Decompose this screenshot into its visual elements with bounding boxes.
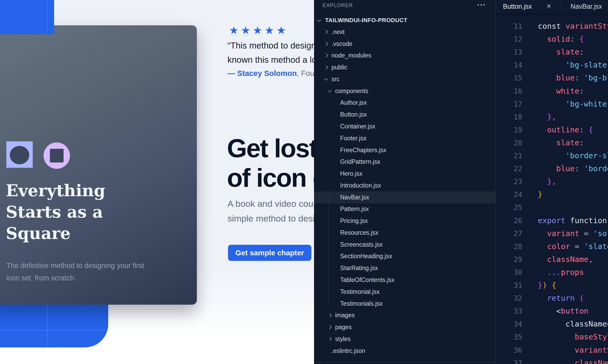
code-line: 32 return ( <box>496 292 608 305</box>
code-text: 'bg-white text-slate-900 hover:bg-blue-5… <box>538 98 608 111</box>
tree-item-folder[interactable]: node_modules <box>314 50 495 61</box>
code-line: 24} <box>496 188 608 201</box>
tree-item-file[interactable]: NavBar.jsx <box>314 191 495 203</box>
line-number: 17 <box>496 98 522 111</box>
chevron-down-icon <box>328 88 332 93</box>
line-number: 22 <box>496 162 522 175</box>
tree-item-folder[interactable]: TAILWINDUI-INFO-PRODUCT <box>314 14 495 26</box>
tree-item-folder[interactable]: .vscode <box>314 38 495 50</box>
code-line: 19 outline: { <box>496 123 608 136</box>
tree-item-file[interactable]: StarRating.jsx <box>314 262 495 274</box>
code-text: }) { <box>538 279 556 292</box>
code-text: solid: { <box>538 33 584 46</box>
code-text: slate: <box>538 46 584 59</box>
tree-item-file[interactable]: Testimonial.jsx <box>314 286 495 298</box>
tree-item-file[interactable]: SectionHeading.jsx <box>314 250 495 262</box>
close-icon[interactable]: × <box>545 0 553 12</box>
cover-circle-cutout <box>10 146 29 164</box>
tree-item-label: GridPattern.jsx <box>340 156 380 168</box>
chevron-right-icon <box>324 30 328 34</box>
code-text: blue: 'border-blue-300 text-blue-600' <box>538 162 608 175</box>
tree-item-file[interactable]: Resources.jsx <box>314 227 495 239</box>
tree-item-folder[interactable]: src <box>314 73 495 85</box>
line-number: 13 <box>496 46 522 59</box>
chevron-right-icon <box>328 325 332 329</box>
code-text: baseStyles[ <box>538 331 608 343</box>
tree-item-file[interactable]: Testimonials.jsx <box>314 298 495 310</box>
explorer-title: EXPLORER <box>322 2 353 8</box>
tree-item-label: FreeChapters.jsx <box>340 144 386 156</box>
code-line: 12 solid: { <box>496 33 608 46</box>
line-number: 15 <box>496 71 522 84</box>
tab-navbar-jsx[interactable]: NavBar.jsx <box>560 0 608 13</box>
code-line: 35 baseStyles[ <box>496 331 608 343</box>
line-number: 11 <box>496 20 522 33</box>
tree-item-file[interactable]: GridPattern.jsx <box>314 156 495 168</box>
line-number: 19 <box>496 123 522 136</box>
chevron-down-icon <box>317 18 321 22</box>
get-sample-chapter-button[interactable]: Get sample chapter <box>228 245 311 261</box>
code-line: 31}) { <box>496 279 608 292</box>
code-text: ...props <box>538 266 584 279</box>
tree-item-file[interactable]: FreeChapters.jsx <box>314 144 495 156</box>
code-text: slate: <box>538 136 584 149</box>
code-line: 28 color = 'slate', <box>496 240 608 253</box>
code-area[interactable]: 11const variantStyles = {12 solid: {13 s… <box>496 13 608 364</box>
tree-item-label: .eslintrc.json <box>331 345 365 357</box>
tree-item-label: Container.jsx <box>340 121 375 132</box>
code-text: blue: 'bg-blue-600 text-white hover:bg-b… <box>538 71 608 84</box>
line-number: 27 <box>496 227 522 240</box>
tree-item-label: NavBar.jsx <box>340 191 369 203</box>
explorer-panel: EXPLORER TAILWINDUI-INFO-PRODUCT.next.vs… <box>314 0 495 364</box>
tree-item-file[interactable]: Introduction.jsx <box>314 180 495 191</box>
tree-item-folder[interactable]: public <box>314 61 495 73</box>
tree-item-file[interactable]: TableOfContents.jsx <box>314 274 495 286</box>
cover-title: Everything Starts as a Square <box>6 180 105 244</box>
outline-section-header[interactable]: OUTLINE <box>314 362 495 364</box>
testimonial-quote: “This method to designing known this met… <box>227 39 328 67</box>
code-line: 22 blue: 'border-blue-300 text-blue-600' <box>496 162 608 175</box>
code-line: 26export function Button({ <box>496 214 608 227</box>
tab-button-jsx[interactable]: Button.jsx × <box>496 0 560 13</box>
tree-item-folder[interactable]: styles <box>314 333 495 345</box>
tree-item-label: TableOfContents.jsx <box>340 274 395 286</box>
tree-item-label: pages <box>335 321 352 333</box>
tree-item-file[interactable]: Author.jsx <box>314 97 495 109</box>
tree-item-file[interactable]: Footer.jsx <box>314 132 495 144</box>
hero-paragraph: A book and video cours simple method to … <box>227 196 321 226</box>
chevron-right-icon <box>328 337 332 341</box>
tree-item-file[interactable]: Hero.jsx <box>314 168 495 180</box>
tree-item-file[interactable]: Container.jsx <box>314 121 495 132</box>
chevron-right-icon <box>324 65 328 69</box>
more-actions-icon[interactable] <box>478 4 485 6</box>
line-number: 25 <box>496 201 522 214</box>
code-text: 'border-slate-200 text-slate-900' <box>538 149 608 162</box>
grid-pattern-line <box>47 0 48 34</box>
code-text: className= <box>538 318 608 331</box>
line-number: 36 <box>496 344 522 357</box>
tree-item-label: Introduction.jsx <box>340 180 381 191</box>
tree-item-file[interactable]: Button.jsx <box>314 109 495 121</box>
tree-item-file[interactable]: .eslintrc.json <box>314 345 495 357</box>
code-text: white: <box>538 85 584 98</box>
tree-item-label: Screencasts.jsx <box>340 239 383 251</box>
code-text: return ( <box>538 292 584 305</box>
tree-item-label: Footer.jsx <box>340 132 367 144</box>
testimonial-author: — Stacey Solomon <box>227 69 297 78</box>
code-text: color = 'slate', <box>538 240 608 253</box>
tree-item-file[interactable]: Screencasts.jsx <box>314 239 495 251</box>
cover-subtitle: The definitive method to designing your … <box>6 260 144 284</box>
chevron-right-icon <box>328 313 332 317</box>
tree-item-folder[interactable]: pages <box>314 321 495 333</box>
line-number: 35 <box>496 331 522 343</box>
line-number: 26 <box>496 214 522 227</box>
tree-item-file[interactable]: Pattern.jsx <box>314 203 495 215</box>
tree-item-folder[interactable]: .next <box>314 26 495 38</box>
tree-item-folder[interactable]: images <box>314 309 495 321</box>
grid-pattern-line <box>0 330 108 331</box>
code-text: variantStyles[ <box>538 344 608 357</box>
tree-item-file[interactable]: Pricing.jsx <box>314 215 495 227</box>
code-text: className, <box>538 253 593 266</box>
tree-item-folder[interactable]: components <box>314 85 495 97</box>
editor-tab-bar: Button.jsx × NavBar.jsx <box>496 0 608 13</box>
